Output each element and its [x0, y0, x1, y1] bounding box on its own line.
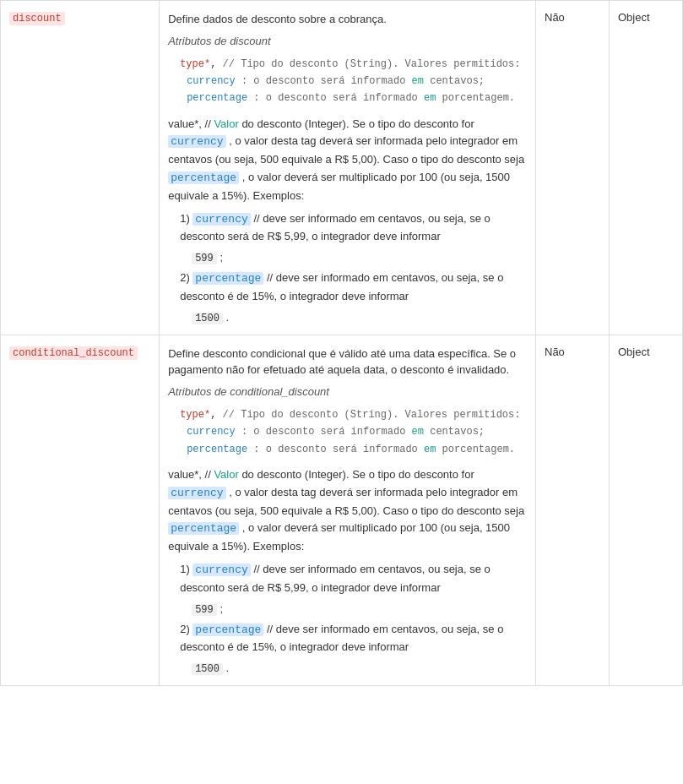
percentage-line: percentage : o desconto será informado e…	[187, 90, 527, 106]
value-paragraph-discount: value*, // Valor do desconto (Integer). …	[168, 116, 527, 205]
ex2-code-discount: 1500	[192, 313, 223, 324]
intro-text-discount: Define dados de desconto sobre a cobranç…	[168, 11, 527, 28]
field-name-cell: discount	[1, 1, 160, 335]
type-value-discount: Object	[618, 11, 650, 24]
example2-conditional: 2) percentage // deve ser informado em c…	[180, 621, 527, 676]
intro-text-conditional: Define desconto condicional que é válido…	[168, 346, 527, 378]
ex2-percentage-conditional: percentage	[192, 623, 263, 636]
table-row: discount Define dados de desconto sobre …	[1, 1, 683, 335]
percentage-kw-type-cond: percentage	[187, 444, 247, 455]
required-value-conditional: Não	[545, 346, 565, 358]
table-row: conditional_discount Define desconto con…	[1, 335, 683, 685]
type-comment: // Tipo do desconto (String). Valores pe…	[223, 58, 521, 70]
currency-kw-type: currency	[187, 75, 236, 87]
type-keyword-cond: type	[180, 409, 204, 421]
type-keyword: type	[180, 58, 204, 70]
attr-header-discount: Atributos de discount	[168, 35, 527, 47]
description-cell-conditional: Define desconto condicional que é válido…	[160, 335, 536, 685]
ex1-code-conditional: 599	[192, 604, 217, 616]
value-keyword: value	[168, 117, 194, 130]
field-name-conditional-discount: conditional_discount	[9, 346, 138, 360]
required-cell-discount: Não	[536, 1, 610, 335]
value-section-discount: value*, // Valor do desconto (Integer). …	[168, 116, 527, 324]
currency-kw-type-cond: currency	[187, 426, 236, 438]
type-cell-discount: Object	[609, 1, 682, 335]
attr-header-conditional: Atributos de conditional_discount	[168, 385, 527, 398]
field-name-discount: discount	[9, 12, 65, 25]
percentage-kw-type: percentage	[187, 92, 247, 104]
currency-highlight-value2: currency	[168, 487, 225, 499]
currency-highlight-value1: currency	[168, 135, 225, 148]
value-keyword-cond: value	[168, 468, 194, 481]
type-section-conditional: type*, // Tipo do desconto (String). Val…	[180, 406, 527, 458]
type-cell-conditional: Object	[609, 335, 682, 685]
currency-line: currency : o desconto será informado em …	[187, 73, 527, 90]
percentage-highlight-value2: percentage	[168, 522, 239, 535]
example1-discount: 1) currency // deve ser informado em cen…	[180, 210, 527, 265]
type-section-discount: type*, // Tipo do desconto (String). Val…	[180, 56, 527, 107]
value-section-conditional: value*, // Valor do desconto (Integer). …	[168, 466, 527, 675]
percentage-highlight-value1: percentage	[168, 172, 239, 184]
example1-conditional: 1) currency // deve ser informado em cen…	[180, 561, 527, 616]
percentage-line-cond: percentage : o desconto será informado e…	[187, 441, 527, 458]
required-cell-conditional: Não	[536, 335, 610, 685]
description-cell-discount: Define dados de desconto sobre a cobranç…	[160, 1, 536, 335]
type-line: type*, // Tipo do desconto (String). Val…	[180, 56, 527, 73]
example2-discount: 2) percentage // deve ser informado em c…	[180, 270, 527, 324]
type-value-conditional: Object	[618, 346, 650, 358]
ex1-code-discount: 599	[192, 253, 217, 264]
field-name-cell-cond: conditional_discount	[1, 335, 160, 685]
ex1-currency-conditional: currency	[192, 564, 250, 576]
ex2-code-conditional: 1500	[192, 663, 223, 675]
type-line-cond: type*, // Tipo do desconto (String). Val…	[180, 406, 527, 423]
ex2-percentage-discount: percentage	[192, 272, 263, 285]
currency-line-cond: currency : o desconto será informado em …	[187, 423, 527, 440]
ex1-currency-discount: currency	[192, 213, 250, 226]
type-comment-cond: // Tipo do desconto (String). Valores pe…	[223, 409, 521, 421]
value-paragraph-conditional: value*, // Valor do desconto (Integer). …	[168, 466, 527, 556]
required-value-discount: Não	[545, 11, 565, 24]
